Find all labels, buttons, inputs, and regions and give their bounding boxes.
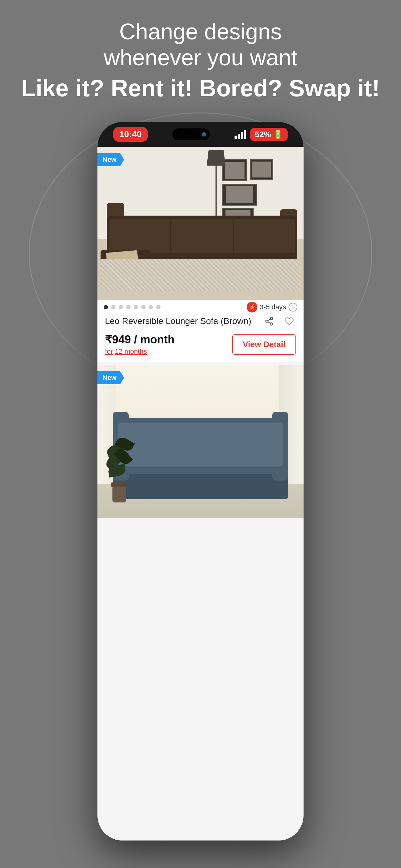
dot-2[interactable] [111, 305, 115, 309]
header-line3: Like it? Rent it! Bored? Swap it! [19, 74, 382, 102]
share-icon [265, 316, 274, 326]
signal-bars [235, 130, 246, 139]
frame-2 [250, 159, 273, 180]
room-scene-brown-sofa [97, 147, 304, 300]
price-months: for 12 months [105, 347, 175, 355]
plant2-pot [112, 487, 126, 502]
action-icons [262, 314, 296, 328]
room-rug [101, 259, 300, 290]
lamp-shade [207, 150, 226, 165]
dot-7[interactable] [149, 305, 153, 309]
dot-3[interactable] [119, 305, 123, 309]
heart-icon [285, 316, 294, 326]
lamp-pole [215, 165, 217, 222]
dot-8[interactable] [156, 305, 161, 309]
new-badge-1: New [97, 153, 124, 166]
share-button[interactable] [262, 314, 276, 328]
dot-4[interactable] [126, 305, 131, 309]
dot-6[interactable] [141, 305, 145, 309]
plant2-leaves [104, 439, 135, 483]
header-section: Change designs whenever you want Like it… [0, 19, 401, 102]
product-image-1[interactable]: New [97, 147, 304, 300]
delivery-badge: ⚡ 3-5 days i [247, 302, 297, 312]
phone-frame: 10:40 52% 🔋 [97, 122, 304, 840]
cushion-1 [109, 219, 170, 253]
product-card-1: New ⚡ 3-5 days i [97, 147, 304, 362]
frame-1 [222, 159, 247, 181]
dynamic-island [172, 128, 210, 140]
scroll-content[interactable]: New ⚡ 3-5 days i [97, 147, 304, 840]
price-section: ₹949 / month for 12 months [105, 333, 175, 355]
svg-point-1 [266, 320, 268, 322]
phone-screen: 10:40 52% 🔋 [97, 122, 304, 840]
svg-point-2 [270, 323, 273, 325]
product-title-row: Leo Reversible Lounger Sofa (Brown) [105, 314, 296, 328]
dot-1[interactable] [104, 305, 108, 309]
duration-value[interactable]: 12 months [115, 347, 147, 355]
frame-inner-2 [252, 161, 271, 177]
frame-inner-3 [226, 186, 253, 203]
status-time: 10:40 [113, 127, 148, 142]
new-badge-2: New [97, 371, 124, 384]
camera-dot [202, 132, 206, 136]
sofa-cushions [109, 219, 295, 253]
frame-3 [222, 184, 257, 206]
signal-bar-1 [235, 135, 237, 139]
product-info-1: Leo Reversible Lounger Sofa (Brown) [97, 314, 304, 362]
signal-bar-2 [238, 134, 240, 139]
header-line2: whenever you want [19, 45, 382, 71]
chair-container [113, 418, 288, 499]
for-label: for [105, 347, 113, 355]
battery-icon: 🔋 [273, 130, 283, 140]
price-row: ₹949 / month for 12 months View Detail [105, 333, 296, 355]
cushion-2 [171, 219, 232, 253]
dot-5[interactable] [134, 305, 138, 309]
header-line1: Change designs [19, 19, 382, 45]
signal-bar-4 [244, 130, 246, 139]
delivery-time: 3-5 days [260, 303, 286, 311]
floor-lamp [207, 150, 226, 226]
svg-line-4 [268, 319, 271, 320]
sofa-back [107, 216, 297, 253]
product-title-1: Leo Reversible Lounger Sofa (Brown) [105, 316, 251, 326]
battery-percentage: 52% [255, 130, 271, 140]
info-icon[interactable]: i [289, 303, 297, 312]
chair-seat [113, 474, 288, 499]
view-detail-button[interactable]: View Detail [232, 334, 296, 355]
svg-point-0 [270, 317, 273, 320]
dot-indicators-1: ⚡ 3-5 days i [97, 300, 304, 314]
price-main: ₹949 / month [105, 333, 175, 346]
status-bar: 10:40 52% 🔋 [97, 122, 304, 147]
battery-indicator: 52% 🔋 [250, 128, 288, 141]
frame-inner-1 [225, 162, 245, 179]
cushion-3 [234, 219, 295, 253]
wishlist-button[interactable] [282, 314, 296, 328]
chair-back [113, 418, 288, 474]
product-image-2[interactable]: New [97, 365, 304, 518]
room-scene-blue-chair [97, 365, 304, 518]
lightning-icon: ⚡ [247, 302, 257, 312]
chair-cushion [118, 423, 283, 466]
product-card-2: New [97, 365, 304, 518]
plant-2 [104, 439, 135, 502]
blue-chair [113, 418, 288, 499]
status-right: 52% 🔋 [235, 128, 288, 141]
svg-line-3 [268, 322, 271, 323]
plant2-pot-top [111, 483, 128, 487]
signal-bar-3 [241, 132, 243, 139]
